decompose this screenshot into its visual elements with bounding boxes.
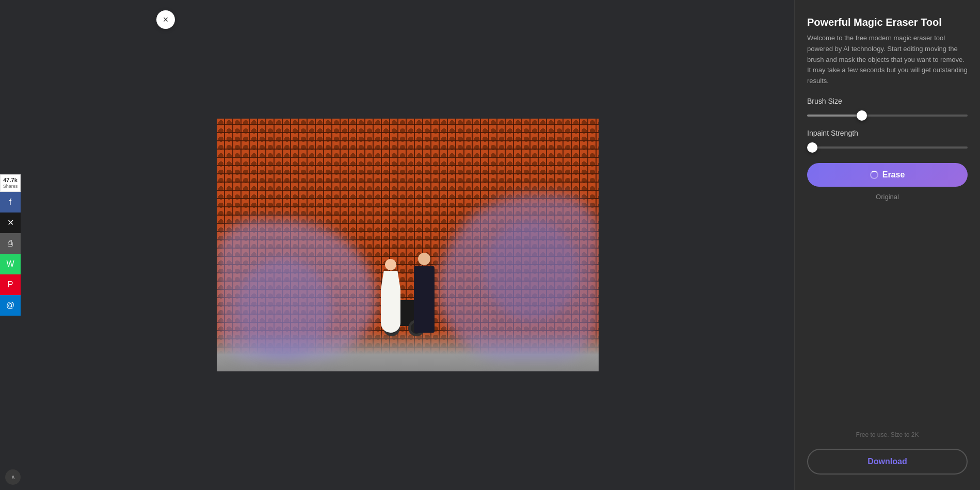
inpaint-strength-label: Inpaint Strength bbox=[807, 129, 968, 137]
panel-title: Powerful Magic Eraser Tool bbox=[807, 15, 968, 29]
twitter-icon: ✕ bbox=[7, 218, 14, 227]
right-panel: Powerful Magic Eraser Tool Welcome to th… bbox=[794, 0, 980, 490]
twitter-share-button[interactable]: ✕ bbox=[0, 213, 21, 233]
woman-head bbox=[385, 259, 396, 270]
print-icon: ⎙ bbox=[8, 239, 13, 248]
scroll-indicator[interactable]: ∧ bbox=[5, 469, 21, 485]
social-sidebar: 47.7k Shares f ✕ ⎙ W P @ bbox=[0, 174, 21, 316]
close-button[interactable]: × bbox=[156, 10, 175, 29]
panel-description: Welcome to the free modern magic eraser … bbox=[807, 33, 968, 87]
brush-size-control: Brush Size bbox=[807, 97, 968, 119]
email-icon: @ bbox=[6, 301, 14, 310]
crowd-right-2 bbox=[484, 220, 580, 321]
spacer bbox=[807, 211, 968, 421]
brush-size-label: Brush Size bbox=[807, 97, 968, 105]
brush-size-slider[interactable] bbox=[807, 115, 968, 117]
crowd-left-2 bbox=[236, 258, 331, 359]
inpaint-strength-control: Inpaint Strength bbox=[807, 129, 968, 151]
figure-man bbox=[408, 253, 441, 333]
print-share-button[interactable]: ⎙ bbox=[0, 233, 21, 254]
free-use-text: Free to use. Size to 2K bbox=[807, 431, 968, 438]
erase-button-label: Erase bbox=[882, 170, 905, 179]
facebook-share-button[interactable]: f bbox=[0, 192, 21, 213]
whatsapp-share-button[interactable]: W bbox=[0, 254, 21, 274]
pinterest-icon: P bbox=[8, 280, 13, 289]
share-count-value: 47.7k bbox=[2, 177, 19, 184]
woman-dress bbox=[381, 271, 400, 333]
man-suit bbox=[414, 266, 435, 333]
main-content: × bbox=[21, 0, 794, 490]
image-canvas[interactable] bbox=[217, 119, 599, 371]
panel-header: Powerful Magic Eraser Tool Welcome to th… bbox=[807, 15, 968, 87]
erase-button[interactable]: Erase bbox=[807, 163, 968, 187]
figure-woman bbox=[377, 259, 405, 333]
facebook-icon: f bbox=[9, 198, 11, 207]
email-share-button[interactable]: @ bbox=[0, 295, 21, 316]
share-count-label: Shares bbox=[2, 184, 19, 189]
inpaint-strength-slider[interactable] bbox=[807, 146, 968, 149]
original-link[interactable]: Original bbox=[807, 193, 968, 201]
share-count-box: 47.7k Shares bbox=[0, 174, 21, 192]
download-button[interactable]: Download bbox=[807, 449, 968, 475]
man-head bbox=[418, 253, 430, 265]
pinterest-share-button[interactable]: P bbox=[0, 274, 21, 295]
whatsapp-icon: W bbox=[6, 259, 14, 269]
erase-spinner-icon bbox=[870, 171, 878, 179]
